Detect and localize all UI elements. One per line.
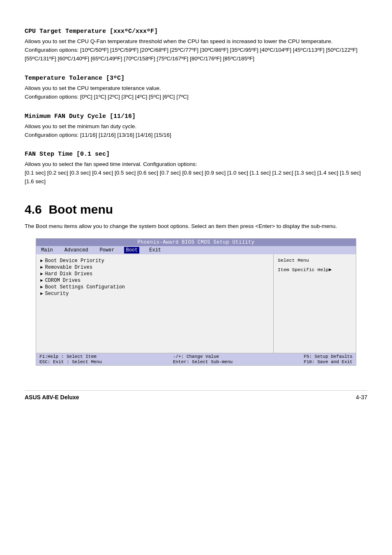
temp-tolerance-section: Temperature Tolerance [3ºC] Allows you t…	[25, 75, 367, 101]
arrow-icon: ►	[40, 272, 43, 276]
bios-menu-power[interactable]: Power	[98, 247, 116, 253]
fan-step-time-body: Allows you to select the fan speed time …	[25, 160, 367, 186]
bios-f1-help: F1:Help : Select Item	[39, 354, 102, 359]
bios-f5-defaults: F5: Setup Defaults	[304, 354, 353, 359]
bios-item-security[interactable]: ► Security	[40, 290, 269, 297]
fan-step-time-section: FAN Step Time [0.1 sec] Allows you to se…	[25, 151, 367, 186]
bios-item-hard-disk-drives[interactable]: ► Hard Disk Drives	[40, 271, 269, 277]
min-fan-duty-body: Allows you to set the minimum fan duty c…	[25, 122, 367, 140]
bios-f10-save-exit: F10: Save and Exit	[304, 359, 353, 364]
bios-status-col1: F1:Help : Select Item ESC: Exit : Select…	[39, 354, 102, 364]
boot-menu-intro: The Boot menu items allow you to change …	[25, 222, 367, 231]
arrow-icon: ►	[40, 278, 43, 283]
arrow-icon: ►	[40, 265, 43, 270]
bios-left-panel: ► Boot Device Priority ► Removable Drive…	[36, 254, 274, 353]
brand-label: ASUS A8V-E Deluxe	[25, 394, 79, 401]
bios-menu-bar[interactable]: Main Advanced Power Boot Exit	[36, 246, 356, 254]
bios-content-area: ► Boot Device Priority ► Removable Drive…	[36, 254, 356, 353]
boot-menu-heading: 4.6 Boot menu	[25, 203, 367, 216]
bios-item-specific-help-label: Item Specific Help►	[278, 267, 352, 272]
cpu-target-temp-section: CPU Target Temperature [xxxºC/xxxºF] All…	[25, 28, 367, 63]
bios-esc-exit: ESC: Exit : Select Menu	[39, 359, 102, 364]
boot-menu-section: 4.6 Boot menu The Boot menu items allow …	[25, 203, 367, 366]
arrow-icon: ►	[40, 258, 43, 263]
arrow-icon: ►	[40, 291, 43, 296]
bios-select-menu-label: Select Menu	[278, 258, 352, 263]
bios-title-bar: Phoenix-Award BIOS CMOS Setup Utility	[36, 239, 356, 246]
bios-change-value: -/+: Change Value	[173, 354, 233, 359]
bios-menu-exit[interactable]: Exit	[148, 247, 163, 253]
bios-menu-advanced[interactable]: Advanced	[63, 247, 90, 253]
arrow-icon: ►	[40, 285, 43, 290]
page-footer: ASUS A8V-E Deluxe 4-37	[25, 390, 367, 401]
temp-tolerance-heading: Temperature Tolerance [3ºC]	[25, 75, 367, 82]
bios-status-col2: -/+: Change Value Enter: Select Sub-menu	[173, 354, 233, 364]
bios-setup-box: Phoenix-Award BIOS CMOS Setup Utility Ma…	[36, 238, 356, 366]
bios-right-panel: Select Menu Item Specific Help►	[274, 254, 356, 353]
bios-item-cdrom-drives[interactable]: ► CDROM Drives	[40, 277, 269, 284]
bios-item-removable-drives[interactable]: ► Removable Drives	[40, 264, 269, 271]
bios-menu-main[interactable]: Main	[39, 247, 55, 253]
fan-step-time-heading: FAN Step Time [0.1 sec]	[25, 151, 367, 158]
page-number: 4-37	[356, 394, 367, 401]
min-fan-duty-section: Minimum FAN Duty Cycle [11/16] Allows yo…	[25, 113, 367, 140]
cpu-target-temp-heading: CPU Target Temperature [xxxºC/xxxºF]	[25, 28, 367, 35]
bios-menu-boot[interactable]: Boot	[124, 247, 139, 253]
bios-item-boot-device-priority[interactable]: ► Boot Device Priority	[40, 258, 269, 264]
cpu-target-temp-body: Allows you to set the CPU Q-Fan temperat…	[25, 37, 367, 63]
bios-select-submenu: Enter: Select Sub-menu	[173, 359, 233, 364]
temp-tolerance-body: Allows you to set the CPU temperature to…	[25, 84, 367, 101]
min-fan-duty-heading: Minimum FAN Duty Cycle [11/16]	[25, 113, 367, 120]
bios-item-boot-settings[interactable]: ► Boot Settings Configuration	[40, 284, 269, 290]
bios-status-col3: F5: Setup Defaults F10: Save and Exit	[304, 354, 353, 364]
bios-status-bar: F1:Help : Select Item ESC: Exit : Select…	[36, 353, 356, 365]
